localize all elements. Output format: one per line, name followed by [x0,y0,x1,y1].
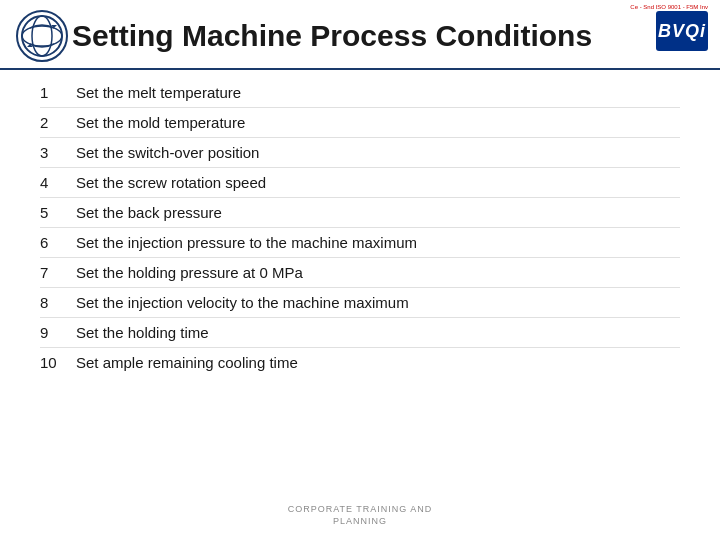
list-item: 7Set the holding pressure at 0 MPa [40,258,680,288]
footer-line2: PLANNING [333,516,387,526]
footer-text: CORPORATE TRAINING AND PLANNING [0,503,720,528]
list-item: 4Set the screw rotation speed [40,168,680,198]
list-item: 3Set the switch-over position [40,138,680,168]
item-text: Set the back pressure [76,204,222,221]
item-text: Set the holding pressure at 0 MPa [76,264,303,281]
list-item: 8Set the injection velocity to the machi… [40,288,680,318]
content: 1Set the melt temperature2Set the mold t… [0,70,720,377]
footer: CORPORATE TRAINING AND PLANNING [0,503,720,528]
svg-point-2 [22,26,62,46]
item-text: Set the mold temperature [76,114,245,131]
item-number: 6 [40,234,76,251]
item-number: 8 [40,294,76,311]
header: Setting Machine Process Conditions Ce - … [0,0,720,68]
list-item: 5Set the back pressure [40,198,680,228]
bvqi-text: BVQi [658,21,706,42]
footer-line1: CORPORATE TRAINING AND [288,504,433,514]
bvqi-box: BVQi [656,11,708,51]
list-item: 9Set the holding time [40,318,680,348]
item-text: Set the melt temperature [76,84,241,101]
item-number: 4 [40,174,76,191]
item-text: Set the holding time [76,324,209,341]
item-number: 1 [40,84,76,101]
list-item: 10Set ample remaining cooling time [40,348,680,377]
bvqi-cert-text: Ce - Snd ISO 9001 - F5M Inv [630,4,708,10]
item-text: Set ample remaining cooling time [76,354,298,371]
logo-area [16,10,68,62]
list-item: 2Set the mold temperature [40,108,680,138]
item-number: 9 [40,324,76,341]
item-number: 3 [40,144,76,161]
bvqi-logo: Ce - Snd ISO 9001 - F5M Inv BVQi [630,4,708,51]
item-number: 7 [40,264,76,281]
logo-circle [16,10,68,62]
item-text: Set the injection velocity to the machin… [76,294,409,311]
item-text: Set the switch-over position [76,144,259,161]
list-item: 6Set the injection pressure to the machi… [40,228,680,258]
page: Setting Machine Process Conditions Ce - … [0,0,720,540]
svg-point-0 [22,16,62,56]
item-number: 2 [40,114,76,131]
page-title: Setting Machine Process Conditions [72,19,592,53]
list-item: 1Set the melt temperature [40,78,680,108]
item-number: 10 [40,354,76,371]
svg-point-1 [32,16,52,56]
logo-icon [20,14,64,58]
item-text: Set the injection pressure to the machin… [76,234,417,251]
item-number: 5 [40,204,76,221]
item-text: Set the screw rotation speed [76,174,266,191]
